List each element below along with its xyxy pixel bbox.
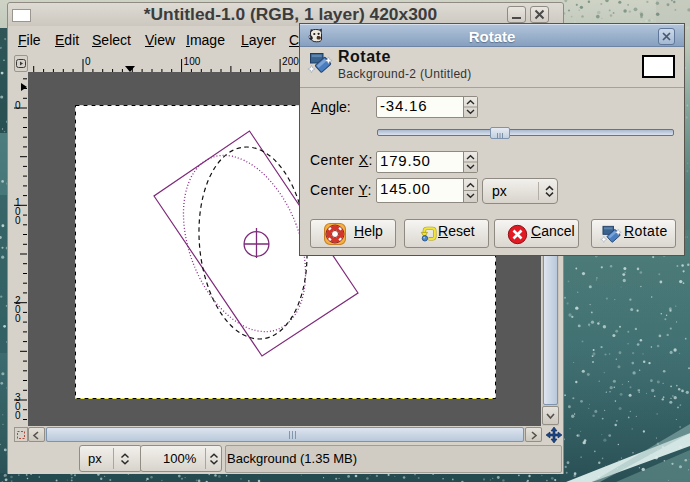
svg-text:0: 0 — [15, 410, 21, 421]
svg-text:0: 0 — [15, 215, 21, 226]
svg-text:0: 0 — [85, 56, 91, 67]
svg-text:0: 0 — [15, 313, 21, 324]
svg-text:0: 0 — [15, 100, 21, 111]
svg-text:100: 100 — [184, 56, 201, 67]
svg-text:200: 200 — [282, 56, 299, 67]
